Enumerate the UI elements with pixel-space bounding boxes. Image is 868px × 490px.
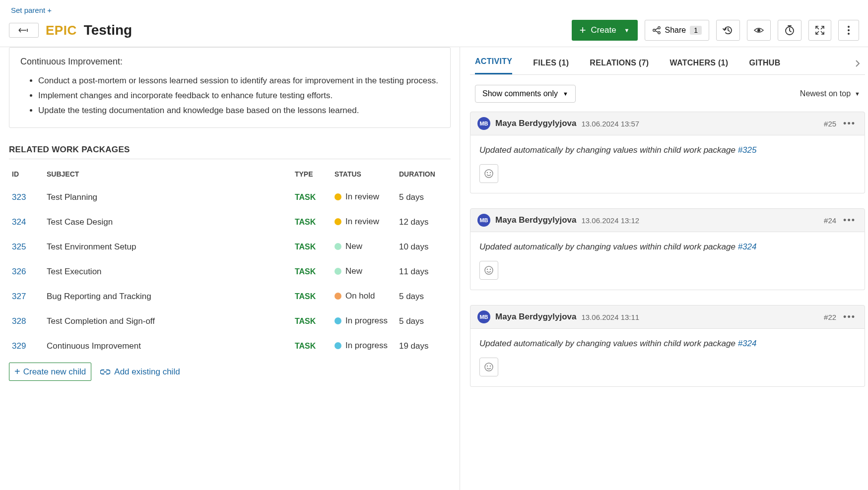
wp-id-link[interactable]: 328 [12,316,26,326]
back-button[interactable] [9,23,39,38]
author-name[interactable]: Maya Berdygylyjova [495,119,576,128]
wp-duration: 12 days [396,210,451,235]
create-button[interactable]: + Create ▼ [572,20,638,41]
tab-github[interactable]: GITHUB [749,59,780,74]
table-row[interactable]: 329Continuous ImprovementTASKIn progress… [9,334,451,359]
svg-point-5 [848,26,850,28]
set-parent-label: Set parent [11,6,45,14]
description-box[interactable]: Continuous Improvement: Conduct a post-m… [9,47,451,128]
activity-menu-button[interactable]: ••• [841,119,858,129]
wp-status: New [334,242,362,251]
author-name[interactable]: Maya Berdygylyjova [495,215,576,225]
wp-id-link[interactable]: 324 [12,217,26,227]
activity-item: MBMaya Berdygylyjova13.06.2024 13:12#24•… [470,208,865,290]
svg-point-2 [658,32,660,34]
tab-relations[interactable]: RELATIONS (7) [590,59,649,74]
wp-subject: Bug Reporting and Tracking [44,284,292,309]
col-duration[interactable]: DURATION [396,164,451,185]
related-heading: RELATED WORK PACKAGES [9,145,451,159]
react-button[interactable] [479,164,498,183]
activity-number[interactable]: #24 [824,216,836,225]
wp-status: In review [334,217,379,227]
comments-filter-label: Show comments only [482,89,558,98]
add-existing-button[interactable]: Add existing child [100,367,180,377]
activity-message: Updated automatically by changing values… [479,242,856,252]
avatar[interactable]: MB [477,310,490,323]
kebab-icon [847,25,850,35]
react-button[interactable] [479,358,498,376]
svg-point-14 [485,363,493,371]
author-name[interactable]: Maya Berdygylyjova [495,312,576,322]
wp-duration: 5 days [396,309,451,334]
col-status[interactable]: STATUS [332,164,396,185]
description-item: Conduct a post-mortem or lessons learned… [38,74,439,88]
wp-duration: 11 days [396,259,451,284]
set-parent-link[interactable]: Set parent + [11,6,52,14]
avatar[interactable]: MB [477,117,490,130]
status-dot-icon [334,243,341,250]
wp-id-link[interactable]: 327 [12,292,26,301]
wp-id-link[interactable]: 325 [12,242,26,251]
history-button[interactable] [716,20,740,41]
tab-files[interactable]: FILES (1) [533,59,569,74]
activity-body: Updated automatically by changing values… [470,329,865,387]
wp-duration: 5 days [396,185,451,210]
more-button[interactable] [838,20,859,41]
svg-point-16 [490,366,491,367]
chevron-down-icon: ▼ [855,91,860,97]
activity-number[interactable]: #25 [824,120,836,128]
comments-filter[interactable]: Show comments only ▼ [475,85,576,103]
wp-ref-link[interactable]: #325 [738,145,757,155]
col-id[interactable]: ID [9,164,44,185]
fullscreen-button[interactable] [808,20,831,41]
activity-message: Updated automatically by changing values… [479,145,856,155]
svg-point-12 [487,269,488,270]
chevron-down-icon: ▼ [563,91,568,97]
timer-button[interactable] [778,20,801,41]
clock-icon [784,25,795,36]
react-button[interactable] [479,261,498,280]
activity-header: MBMaya Berdygylyjova13.06.2024 13:12#24•… [470,208,865,232]
svg-point-10 [490,172,491,173]
sort-toggle[interactable]: Newest on top ▼ [800,89,860,98]
table-row[interactable]: 328Test Completion and Sign-offTASKIn pr… [9,309,451,334]
table-row[interactable]: 326Test ExecutionTASKNew11 days [9,259,451,284]
share-icon [652,26,661,35]
col-type[interactable]: TYPE [292,164,332,185]
smiley-icon [484,169,494,179]
description-list: Conduct a post-mortem or lessons learned… [20,74,439,118]
wp-id-link[interactable]: 323 [12,192,26,202]
wp-ref-link[interactable]: #324 [738,242,757,251]
table-row[interactable]: 323Test PlanningTASKIn review5 days [9,185,451,210]
wp-subject: Test Environment Setup [44,235,292,259]
col-subject[interactable]: SUBJECT [44,164,292,185]
activity-number[interactable]: #22 [824,313,836,321]
tab-activity[interactable]: ACTIVITY [475,57,512,74]
wp-subject: Test Planning [44,185,292,210]
share-label: Share [665,26,686,35]
wp-type: TASK [295,342,316,350]
sort-label: Newest on top [800,89,851,98]
svg-point-13 [490,269,491,270]
table-row[interactable]: 327Bug Reporting and TrackingTASKOn hold… [9,284,451,309]
back-arrow-icon [18,27,29,33]
tab-scroll-right[interactable] [855,60,860,74]
watch-button[interactable] [747,20,771,41]
share-button[interactable]: Share 1 [645,20,710,41]
tab-watchers[interactable]: WATCHERS (1) [669,59,728,74]
wp-id-link[interactable]: 326 [12,267,26,276]
table-row[interactable]: 324Test Case DesignTASKIn review12 days [9,210,451,235]
create-child-button[interactable]: + Create new child [9,363,91,381]
table-row[interactable]: 325Test Environment SetupTASKNew10 days [9,235,451,259]
wp-ref-link[interactable]: #324 [738,339,757,348]
activity-menu-button[interactable]: ••• [841,215,858,226]
activity-menu-button[interactable]: ••• [841,312,858,322]
activity-time: 13.06.2024 13:57 [581,120,639,128]
avatar[interactable]: MB [477,214,490,227]
plus-icon: + [47,6,52,14]
page-title[interactable]: Testing [84,22,132,38]
activity-header: MBMaya Berdygylyjova13.06.2024 13:57#25•… [470,112,865,135]
wp-type: TASK [295,243,316,251]
wp-id-link[interactable]: 329 [12,341,26,351]
wp-duration: 19 days [396,334,451,359]
